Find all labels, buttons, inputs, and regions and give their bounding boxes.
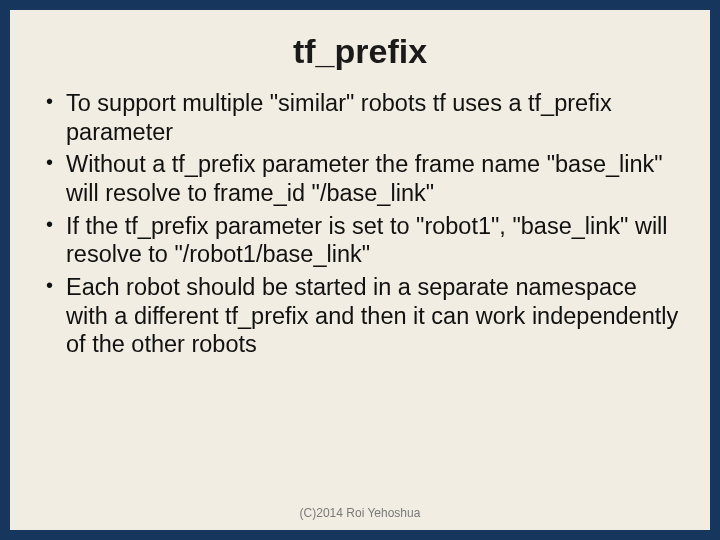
list-item: Each robot should be started in a separa… [40, 273, 680, 359]
list-item: Without a tf_prefix parameter the frame … [40, 150, 680, 207]
list-item: To support multiple "similar" robots tf … [40, 89, 680, 146]
slide-body: tf_prefix To support multiple "similar" … [10, 10, 710, 530]
bullet-list: To support multiple "similar" robots tf … [38, 89, 682, 506]
list-item: If the tf_prefix parameter is set to "ro… [40, 212, 680, 269]
slide-frame: tf_prefix To support multiple "similar" … [0, 0, 720, 540]
slide-title: tf_prefix [38, 32, 682, 71]
footer-text: (C)2014 Roi Yehoshua [38, 506, 682, 522]
